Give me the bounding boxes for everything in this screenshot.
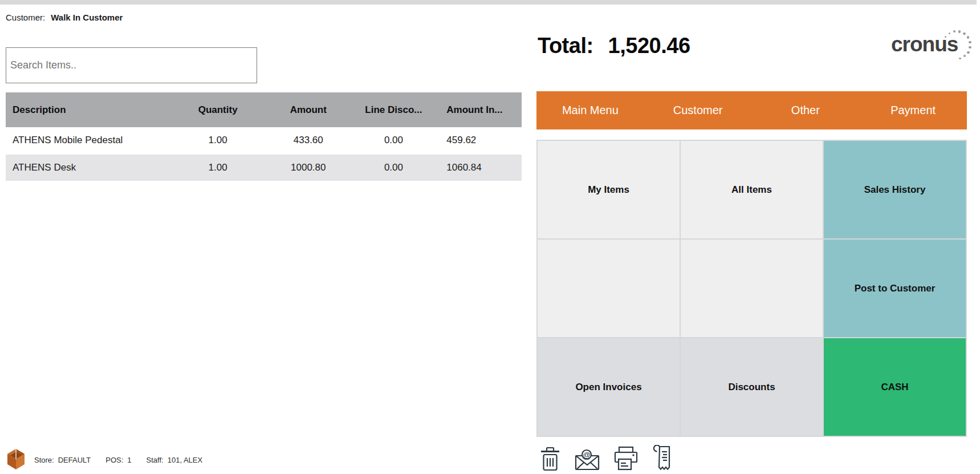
- cart-table-body: ATHENS Mobile Pedestal1.00433.600.00459.…: [6, 127, 522, 181]
- cart-table: DescriptionQuantityAmountLine Disco...Am…: [6, 92, 522, 181]
- cell-line_discount: 0.00: [363, 135, 425, 146]
- cell-line_discount: 0.00: [363, 162, 425, 173]
- pos-label: POS:: [105, 456, 123, 464]
- staff-label: Staff:: [147, 456, 164, 464]
- staff-value: 101, ALEX: [168, 456, 202, 464]
- package-box-icon: [6, 445, 26, 474]
- cell-description: ATHENS Mobile Pedestal: [6, 135, 182, 146]
- total-value: 1,520.46: [608, 34, 690, 58]
- column-header: Amount: [254, 104, 363, 116]
- menu-item-main-menu[interactable]: Main Menu: [536, 91, 644, 129]
- cronus-dot: [958, 30, 961, 33]
- cell-quantity: 1.00: [182, 162, 254, 173]
- customer-label: Customer:: [6, 13, 45, 22]
- total-label: Total:: [538, 34, 593, 58]
- printer-icon[interactable]: [614, 446, 638, 471]
- menu-item-other[interactable]: Other: [752, 91, 860, 129]
- receipt-icon[interactable]: [652, 445, 673, 471]
- column-header: Quantity: [182, 104, 254, 116]
- cronus-dot: [967, 36, 970, 39]
- cronus-dot: [969, 46, 971, 49]
- cell-amount: 1000.80: [254, 162, 363, 173]
- cronus-dot: [967, 51, 970, 54]
- tile-empty: [538, 240, 680, 337]
- cart-table-header: DescriptionQuantityAmountLine Disco...Am…: [6, 92, 522, 127]
- tile-all-items[interactable]: All Items: [681, 141, 823, 238]
- store-label: Store:: [34, 456, 54, 464]
- tile-post-to-customer[interactable]: Post to Customer: [824, 240, 966, 337]
- tile-cash[interactable]: CASH: [824, 338, 966, 436]
- cronus-logo-text: cronus: [891, 33, 958, 56]
- column-header: Line Disco...: [363, 104, 425, 116]
- status-text: Store: DEFAULT POS: 1 Staff: 101, ALEX: [34, 456, 202, 464]
- svg-text:@: @: [583, 451, 590, 459]
- cell-amount_incl: 459.62: [424, 135, 522, 146]
- tile-my-items[interactable]: My Items: [538, 141, 680, 238]
- cronus-logo: cronus: [891, 33, 980, 67]
- menu-bar: Main MenuCustomerOtherPayment: [536, 91, 967, 129]
- pos-screen: Customer:Walk In Customer DescriptionQua…: [0, 0, 980, 474]
- email-icon[interactable]: @: [574, 448, 600, 471]
- cell-quantity: 1.00: [182, 135, 254, 146]
- menu-item-payment[interactable]: Payment: [859, 91, 967, 129]
- cronus-dot: [963, 55, 966, 57]
- pos-value: 1: [127, 456, 131, 464]
- cronus-dot: [959, 58, 961, 60]
- customer-line: Customer:Walk In Customer: [6, 13, 123, 22]
- cell-amount: 433.60: [254, 135, 363, 146]
- tile-open-invoices[interactable]: Open Invoices: [538, 338, 680, 436]
- table-row[interactable]: ATHENS Desk1.001000.800.001060.84: [6, 153, 522, 181]
- footer-icon-bar: @: [540, 445, 673, 471]
- trash-icon[interactable]: [540, 447, 560, 471]
- store-value: DEFAULT: [58, 456, 91, 464]
- table-row[interactable]: ATHENS Mobile Pedestal1.00433.600.00459.…: [6, 127, 522, 153]
- search-input[interactable]: [6, 47, 257, 83]
- tile-sales-history[interactable]: Sales History: [824, 141, 966, 238]
- cell-amount_incl: 1060.84: [424, 162, 522, 173]
- total-line: Total: 1,520.46: [538, 34, 690, 58]
- tile-grid: My ItemsAll ItemsSales HistoryPost to Cu…: [536, 140, 967, 437]
- tile-discounts[interactable]: Discounts: [681, 338, 823, 436]
- cell-description: ATHENS Desk: [6, 162, 182, 173]
- cronus-dot: [963, 33, 965, 35]
- top-strip: [0, 0, 977, 5]
- column-header: Description: [6, 104, 182, 116]
- customer-name: Walk In Customer: [51, 13, 123, 22]
- cronus-dot: [969, 41, 971, 44]
- status-bar: Store: DEFAULT POS: 1 Staff: 101, ALEX: [6, 445, 202, 474]
- tile-empty: [681, 240, 823, 337]
- menu-item-customer[interactable]: Customer: [644, 91, 752, 129]
- column-header: Amount In...: [424, 104, 522, 116]
